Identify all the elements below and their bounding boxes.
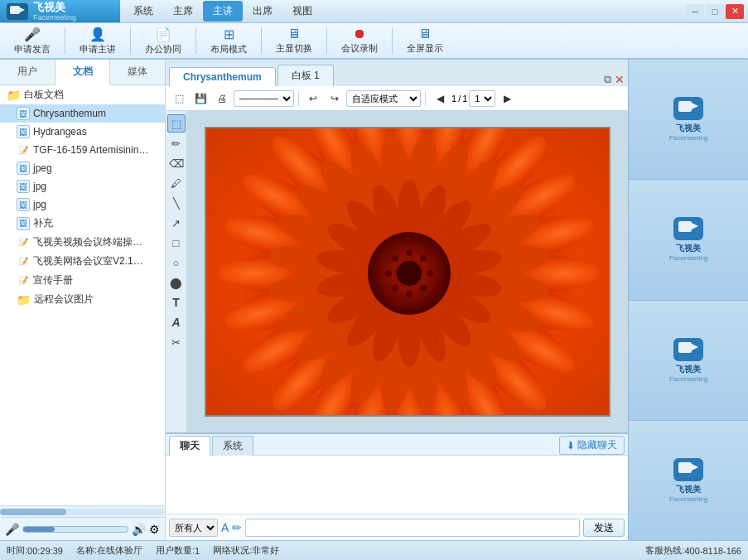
draw-tool-line[interactable]: ╲ — [167, 194, 186, 212]
tree-item-supplement[interactable]: 🖼 补充 — [0, 214, 165, 233]
draw-tool-cut[interactable]: ✂ — [167, 333, 186, 351]
tree-item-jpg1[interactable]: 🖼 jpg — [0, 177, 165, 196]
page-indicator: 1 / 1 — [451, 94, 467, 104]
doc-tool-print[interactable]: 🖨 — [212, 89, 232, 108]
toolbar: 🎤 申请发言 👤 申请主讲 📄 办公协同 ⊞ 布局模式 🖥 主显切换 ⏺ 会议录… — [0, 23, 748, 60]
draw-tool-eraser[interactable]: ⌫ — [167, 154, 186, 172]
doc-tool-save[interactable]: 💾 — [191, 89, 210, 108]
svg-marker-80 — [692, 103, 698, 109]
close-button[interactable]: ✕ — [726, 4, 744, 19]
tree-folder-remote[interactable]: 📁 远程会议图片 — [0, 290, 165, 309]
sidebar-tab-docs[interactable]: 文档 — [55, 60, 111, 85]
sidebar-hscroll[interactable] — [0, 505, 165, 517]
request-presenter-button[interactable]: 👤 申请主讲 — [72, 25, 123, 56]
sidebar: 用户 文档 媒体 📁 白板文档 🖼 Chrysanthemum 🖼 Hydran… — [0, 60, 166, 540]
send-chat-button[interactable]: 发送 — [583, 519, 625, 537]
layout-mode-button[interactable]: ⊞ 布局模式 — [203, 25, 254, 56]
item-label: Hydrangeas — [33, 126, 87, 138]
sidebar-tab-media[interactable]: 媒体 — [110, 60, 165, 84]
main-display-label: 主显切换 — [276, 42, 312, 55]
nav-presenter[interactable]: 主讲 — [203, 1, 243, 22]
view-mode-select[interactable]: 自适应模式 实际大小 适合宽度 — [346, 90, 421, 107]
chat-pen-icon[interactable]: ✏ — [232, 521, 242, 534]
tree-item-jpeg[interactable]: 🖼 jpeg — [0, 159, 165, 177]
separator-4 — [261, 27, 262, 54]
draw-tool-rect[interactable]: □ — [167, 234, 186, 252]
close-doc-icon[interactable]: ✕ — [615, 73, 625, 86]
app-subname: Facemeeting — [33, 13, 76, 22]
separator-1 — [65, 27, 65, 54]
mic-icon[interactable]: 🎤 — [5, 523, 19, 536]
layout-mode-label: 布局模式 — [210, 43, 247, 56]
chat-text-input[interactable] — [245, 519, 580, 537]
record-label: 会议录制 — [341, 42, 378, 55]
fullscreen-button[interactable]: 🖥 全屏显示 — [399, 25, 451, 56]
doc-tool-next-page[interactable]: ▶ — [497, 89, 517, 108]
draw-tool-text[interactable]: T — [167, 293, 186, 311]
draw-tool-brush[interactable]: 🖊 — [167, 174, 186, 192]
chat-tab-chat[interactable]: 聊天 — [169, 436, 210, 456]
slot4-brand-sub: Facemeeting — [669, 495, 707, 503]
page-select[interactable]: 1 — [469, 90, 495, 107]
doc-tool-undo[interactable]: ↩ — [303, 89, 323, 108]
participant-logo-2: 飞视美 Facemeeting — [669, 217, 707, 262]
doc-icon: 📝 — [17, 274, 30, 287]
sidebar-tab-users[interactable]: 用户 — [0, 60, 55, 84]
nav-host[interactable]: 主席 — [163, 1, 203, 22]
minimize-button[interactable]: ─ — [686, 4, 704, 19]
chat-tab-system[interactable]: 系统 — [212, 436, 253, 456]
settings-icon[interactable]: ⚙ — [149, 523, 160, 536]
line-style-select[interactable]: ────── — [234, 90, 294, 107]
nav-view[interactable]: 视图 — [282, 1, 322, 22]
doc-tool-prev-page[interactable]: ◀ — [430, 89, 450, 108]
volume-icon[interactable]: 🔊 — [132, 523, 146, 536]
svg-point-75 — [392, 285, 398, 292]
status-hotline-value: 400-8118-166 — [684, 546, 741, 556]
hide-chat-button[interactable]: ⬇ 隐藏聊天 — [559, 436, 625, 455]
doc-tab-whiteboard[interactable]: 白板 1 — [277, 65, 334, 86]
draw-tool-text2[interactable]: A — [167, 313, 186, 331]
tree-item-manual2[interactable]: 📝 飞视美网络会议室V2.1产品简... — [0, 252, 165, 271]
recipient-select[interactable]: 所有人 — [169, 519, 218, 537]
maximize-button[interactable]: □ — [706, 4, 724, 19]
draw-tool-arrow[interactable]: ↗ — [167, 214, 186, 232]
facemeeting-icon-4 — [673, 458, 703, 481]
draw-tool-select[interactable]: ⬚ — [167, 114, 186, 133]
svg-rect-85 — [678, 462, 692, 473]
doc-tab-chrysanthemum[interactable]: Chrysanthemum — [169, 67, 276, 86]
doc-icon: 📝 — [17, 255, 30, 268]
facemeeting-icon-1 — [673, 97, 703, 120]
chat-format-icon[interactable]: A — [221, 521, 229, 534]
draw-tool-fill[interactable]: ⬤ — [167, 273, 186, 292]
restore-icon[interactable]: ⧉ — [604, 73, 611, 86]
record-button[interactable]: ⏺ 会议录制 — [334, 25, 385, 56]
svg-point-78 — [397, 261, 422, 286]
nav-system[interactable]: 系统 — [123, 1, 163, 22]
tree-item-manual1[interactable]: 📝 飞视美视频会议终端操作说明 — [0, 233, 165, 252]
svg-point-76 — [385, 270, 392, 277]
svg-rect-81 — [678, 221, 692, 232]
separator-3 — [195, 27, 196, 54]
nav-attend[interactable]: 出席 — [243, 1, 282, 22]
tree-item-chrysanthemum[interactable]: 🖼 Chrysanthemum — [0, 104, 165, 123]
draw-tool-pen[interactable]: ✏ — [167, 134, 186, 152]
slot3-brand-text: 飞视美 — [676, 364, 701, 375]
main-display-button[interactable]: 🖥 主显切换 — [268, 25, 320, 56]
page-current: 1 — [451, 94, 456, 104]
logo-area: 飞视美 Facemeeting — [0, 0, 120, 22]
display-icon: 🖥 — [287, 27, 301, 41]
doc-tool-first[interactable]: ⬚ — [169, 89, 189, 108]
image-icon: 🖼 — [17, 198, 30, 211]
facemeeting-icon-3 — [673, 338, 703, 361]
request-speech-button[interactable]: 🎤 申请发言 — [7, 25, 58, 56]
main-content: 用户 文档 媒体 📁 白板文档 🖼 Chrysanthemum 🖼 Hydran… — [0, 60, 748, 540]
tree-item-brochure[interactable]: 📝 宣传手册 — [0, 271, 165, 290]
tree-item-tgf[interactable]: 📝 TGF-16-159 Artemisinin M... — [0, 141, 165, 159]
doc-tool-redo[interactable]: ↪ — [325, 89, 345, 108]
tree-folder-whiteboard[interactable]: 📁 白板文档 — [0, 85, 165, 104]
office-collab-button[interactable]: 📄 办公协同 — [138, 25, 189, 56]
tree-item-jpg2[interactable]: 🖼 jpg — [0, 196, 165, 214]
tree-item-hydrangeas[interactable]: 🖼 Hydrangeas — [0, 123, 165, 141]
draw-tool-ellipse[interactable]: ○ — [167, 253, 186, 272]
slot3-brand-sub: Facemeeting — [669, 375, 707, 383]
